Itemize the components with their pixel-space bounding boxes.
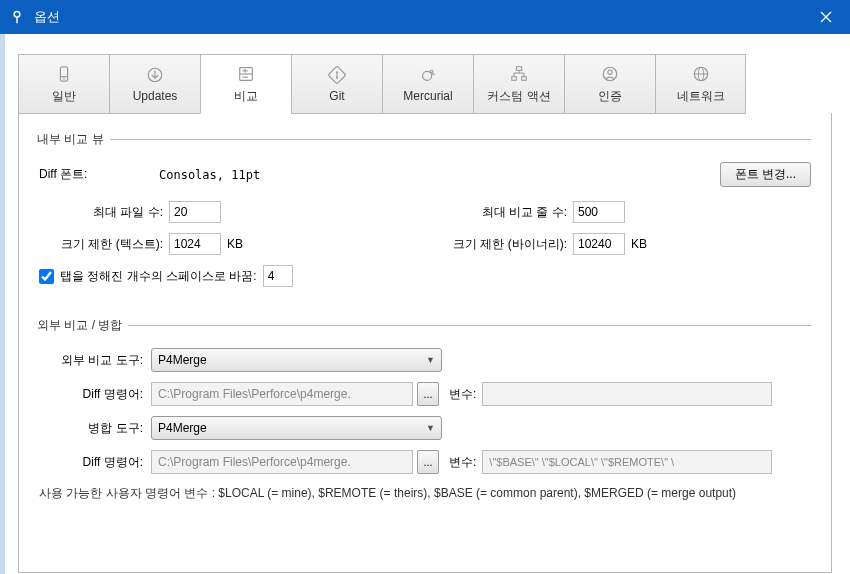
tab-label: 비교 [234, 88, 258, 105]
window-title: 옵션 [34, 8, 802, 26]
svg-rect-23 [512, 76, 517, 80]
tab-custom-actions[interactable]: 커스텀 액션 [473, 54, 564, 114]
left-accent-stripe [0, 34, 5, 574]
merge-args-label: 변수: [449, 454, 476, 471]
diff-cmd-browse-button[interactable]: ... [417, 382, 439, 406]
diff-tool-value: P4Merge [158, 353, 207, 367]
max-files-label: 최대 파일 수: [39, 204, 169, 221]
flow-icon [509, 64, 529, 84]
app-icon [8, 8, 26, 26]
tab-label: 일반 [52, 88, 76, 105]
globe-icon [691, 64, 711, 84]
svg-point-2 [16, 13, 18, 15]
tab-content: 내부 비교 뷰 Diff 폰트: Consolas, 11pt 폰트 변경...… [18, 113, 832, 573]
tab-auth[interactable]: 인증 [564, 54, 655, 114]
mercurial-icon [418, 65, 438, 85]
tab-label: Git [329, 89, 344, 103]
svg-rect-22 [516, 66, 521, 70]
tab-diff[interactable]: 비교 [200, 54, 291, 114]
svg-point-16 [336, 71, 338, 73]
internal-diff-legend: 내부 비교 뷰 [37, 131, 110, 148]
tab-label: Mercurial [403, 89, 452, 103]
external-diff-group: 외부 비교 / 병합 외부 비교 도구: P4Merge ▼ Diff 명령어:… [39, 317, 811, 520]
git-icon [327, 65, 347, 85]
kb-unit: KB [227, 237, 243, 251]
diff-font-value: Consolas, 11pt [159, 168, 720, 182]
merge-tool-select[interactable]: P4Merge ▼ [151, 416, 442, 440]
internal-diff-group: 내부 비교 뷰 Diff 폰트: Consolas, 11pt 폰트 변경...… [39, 131, 811, 305]
merge-cmd-input [151, 450, 413, 474]
size-text-input[interactable] [169, 233, 221, 255]
size-bin-label: 크기 제한 (바이너리): [425, 236, 573, 253]
font-change-button[interactable]: 폰트 변경... [720, 162, 811, 187]
size-text-label: 크기 제한 (텍스트): [39, 236, 169, 253]
svg-point-30 [608, 70, 612, 74]
kb-unit: KB [631, 237, 647, 251]
svg-point-21 [433, 73, 435, 75]
tab-git[interactable]: Git [291, 54, 382, 114]
external-diff-legend: 외부 비교 / 병합 [37, 317, 128, 334]
chevron-down-icon: ▼ [426, 423, 435, 433]
diff-icon [236, 64, 256, 84]
svg-point-19 [423, 71, 432, 80]
tab-network[interactable]: 네트워크 [655, 54, 746, 114]
svg-rect-24 [522, 76, 527, 80]
merge-cmd-browse-button[interactable]: ... [417, 450, 439, 474]
diff-args-input [482, 382, 772, 406]
merge-args-input [482, 450, 772, 474]
server-icon [54, 64, 74, 84]
tabs-to-spaces-input[interactable] [263, 265, 293, 287]
close-icon [820, 11, 832, 23]
tab-general[interactable]: 일반 [18, 54, 109, 114]
tab-label: 인증 [598, 88, 622, 105]
diff-tool-label: 외부 비교 도구: [39, 352, 151, 369]
variables-hint: 사용 가능한 사용자 명령어 변수 : $LOCAL (= mine), $RE… [39, 484, 811, 502]
svg-point-20 [430, 70, 432, 72]
merge-cmd-label: Diff 명령어: [39, 454, 151, 471]
tab-updates[interactable]: Updates [109, 54, 200, 114]
max-lines-label: 최대 비교 줄 수: [425, 204, 573, 221]
chevron-down-icon: ▼ [426, 355, 435, 365]
tabs-to-spaces-checkbox[interactable] [39, 269, 54, 284]
svg-point-7 [63, 78, 64, 79]
diff-font-label: Diff 폰트: [39, 166, 159, 183]
tabs: 일반 Updates 비교 Git Mercurial 커스텀 액션 인증 네트… [18, 54, 832, 114]
titlebar: 옵션 [0, 0, 850, 34]
diff-args-label: 변수: [449, 386, 476, 403]
merge-tool-value: P4Merge [158, 421, 207, 435]
merge-tool-label: 병합 도구: [39, 420, 151, 437]
tab-label: 커스텀 액션 [487, 88, 550, 105]
size-bin-input[interactable] [573, 233, 625, 255]
tab-label: Updates [133, 89, 178, 103]
max-lines-input[interactable] [573, 201, 625, 223]
max-files-input[interactable] [169, 201, 221, 223]
user-icon [600, 64, 620, 84]
tab-label: 네트워크 [677, 88, 725, 105]
diff-cmd-input [151, 382, 413, 406]
svg-point-17 [336, 77, 338, 79]
diff-cmd-label: Diff 명령어: [39, 386, 151, 403]
download-icon [145, 65, 165, 85]
tabs-to-spaces-label: 탭을 정해진 개수의 스페이스로 바꿈: [60, 268, 257, 285]
diff-tool-select[interactable]: P4Merge ▼ [151, 348, 442, 372]
tab-mercurial[interactable]: Mercurial [382, 54, 473, 114]
close-button[interactable] [802, 0, 850, 34]
